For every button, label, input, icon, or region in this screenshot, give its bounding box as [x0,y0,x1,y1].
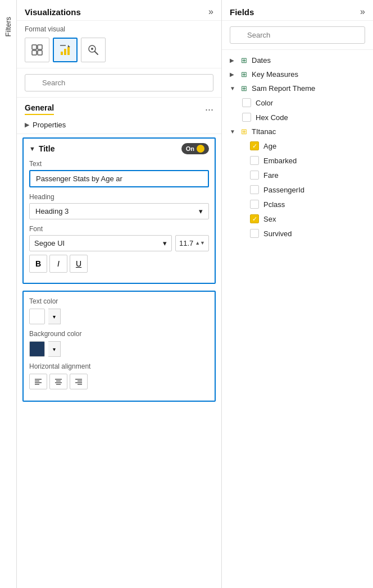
hex-code-label: Hex Code [256,113,288,122]
viz-search-input[interactable] [25,74,213,91]
pclass-checkbox[interactable] [250,200,259,209]
key-measures-label: Key Measures [252,70,298,79]
field-item-fare[interactable]: Fare [222,168,373,182]
field-item-sam-report-theme[interactable]: ▼ ⊞ Sam Report Theme [222,81,373,95]
field-item-embarked[interactable]: Embarked [222,153,373,168]
analytics-button[interactable] [81,38,106,62]
font-family-select[interactable]: Segoe UI ▾ [29,235,172,251]
background-color-picker-row: ▾ [29,341,209,357]
italic-button[interactable]: I [49,255,67,273]
fields-header: Fields » [222,0,373,21]
format-visual-button[interactable] [53,38,78,62]
field-item-age[interactable]: ✓ Age [222,139,373,153]
embarked-checkbox[interactable] [250,156,259,165]
survived-checkbox[interactable] [250,229,259,238]
background-color-label: Background color [29,330,209,338]
field-item-color[interactable]: Color [222,95,373,110]
text-color-picker-row: ▾ [29,309,209,324]
grid-view-button[interactable] [25,38,49,62]
general-options-button[interactable]: ··· [205,104,213,114]
svg-point-9 [91,48,93,50]
alignment-row: Horizontal alignment [29,362,209,389]
filters-label[interactable]: Filters [4,17,12,36]
color-label: Color [256,99,273,107]
underline-button[interactable]: U [70,255,88,273]
font-family-value: Segoe UI [34,239,65,247]
field-item-titanac[interactable]: ▼ ⊞ TItanac [222,125,373,139]
heading-field-group: Heading Heading 3 ▾ [29,193,209,219]
text-color-swatch[interactable] [29,309,45,324]
general-section-header: General ··· [17,98,221,116]
pclass-label: Pclass [263,200,285,209]
svg-rect-6 [67,47,70,55]
svg-rect-4 [61,52,63,55]
align-right-button[interactable] [70,374,88,389]
title-text-input[interactable] [29,170,209,187]
field-item-pclass[interactable]: Pclass [222,197,373,212]
title-collapse-icon[interactable]: ▼ [29,145,35,152]
fields-panel: Fields » 🔍 ▶ ⊞ Dates ▶ ⊞ Key Measures ▼ … [222,0,373,588]
background-color-row: Background color ▾ [29,330,209,357]
heading-field-label: Heading [29,193,209,201]
alignment-label: Horizontal alignment [29,362,209,370]
passengerid-label: PassengerId [263,186,304,194]
hex-code-checkbox[interactable] [242,113,251,122]
fare-checkbox[interactable] [250,171,259,180]
bold-button[interactable]: B [29,255,47,273]
field-item-key-measures[interactable]: ▶ ⊞ Key Measures [222,67,373,81]
field-item-passengerid[interactable]: PassengerId [222,182,373,197]
viz-panel-expand-icon[interactable]: » [208,7,213,17]
fields-search-container: 🔍 [222,21,373,50]
sam-report-expand-icon: ▼ [230,85,236,91]
font-field-group: Font Segoe UI ▾ 11.7 ▲▼ B I U [29,225,209,273]
sam-report-table-icon: ⊞ [241,84,247,93]
viz-panel-header: Visualizations » [17,0,221,21]
fare-label: Fare [263,171,279,180]
properties-row[interactable]: ▶ Properties [17,116,221,134]
fields-search-input[interactable] [230,26,365,44]
font-field-label: Font [29,225,209,233]
toggle-label: On [186,145,194,152]
font-size-value: 11.7 [179,239,193,247]
titanac-expand-icon: ▼ [230,128,236,135]
align-left-button[interactable] [29,374,47,389]
title-toggle[interactable]: On [181,143,209,154]
text-color-dropdown[interactable]: ▾ [48,309,61,324]
font-row: Segoe UI ▾ 11.7 ▲▼ [29,235,209,251]
sex-checkbox[interactable]: ✓ [250,214,259,223]
background-color-dropdown[interactable]: ▾ [48,341,61,357]
svg-rect-2 [32,50,37,55]
title-label-row: ▼ Title [29,144,54,153]
title-label: Title [39,144,55,153]
heading-value: Heading 3 [35,207,69,215]
heading-select[interactable]: Heading 3 ▾ [29,203,209,219]
field-item-sex[interactable]: ✓ Sex [222,212,373,226]
fields-list: ▶ ⊞ Dates ▶ ⊞ Key Measures ▼ ⊞ Sam Repor… [222,50,373,588]
viz-search-container: 🔍 [17,68,221,98]
field-item-survived[interactable]: Survived [222,226,373,241]
font-size-spinner[interactable]: ▲▼ [195,240,205,246]
filters-sidebar: Filters [0,0,17,588]
properties-label: Properties [33,121,66,129]
font-style-row: B I U [29,255,209,273]
age-checkbox[interactable]: ✓ [250,141,259,150]
background-color-swatch[interactable] [29,341,45,357]
fields-title: Fields [230,7,254,17]
icon-toolbar [17,35,221,68]
format-visual-label: Format visual [17,21,221,35]
color-checkbox[interactable] [242,98,251,107]
font-family-dropdown-icon: ▾ [163,239,167,247]
toggle-circle [197,145,204,153]
align-center-button[interactable] [49,374,67,389]
fields-expand-icon[interactable]: » [360,7,365,17]
field-item-hex-code[interactable]: Hex Code [222,110,373,125]
survived-label: Survived [263,229,292,238]
font-size-input[interactable]: 11.7 ▲▼ [175,235,209,251]
age-label: Age [263,142,276,150]
passengerid-checkbox[interactable] [250,185,259,194]
field-item-dates[interactable]: ▶ ⊞ Dates [222,53,373,67]
embarked-label: Embarked [263,157,297,165]
alignment-buttons [29,374,209,389]
dates-expand-icon: ▶ [230,57,236,63]
svg-rect-0 [32,45,37,49]
